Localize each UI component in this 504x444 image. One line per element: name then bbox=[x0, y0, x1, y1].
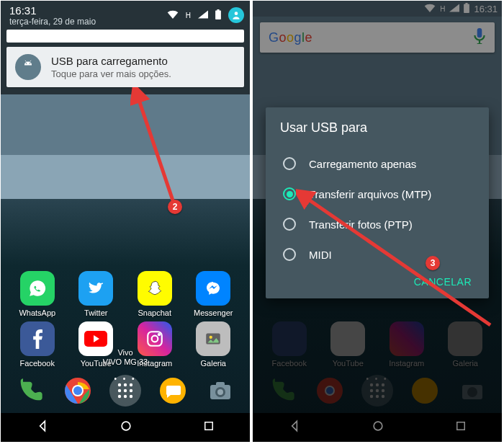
svg-point-16 bbox=[118, 389, 121, 392]
dock-phone[interactable] bbox=[13, 373, 48, 408]
svg-rect-24 bbox=[216, 382, 225, 386]
android-icon bbox=[15, 54, 41, 80]
svg-line-29 bbox=[138, 96, 174, 203]
navigation-bar bbox=[1, 413, 250, 442]
svg-point-11 bbox=[73, 386, 82, 395]
profile-avatar-icon[interactable] bbox=[228, 7, 244, 23]
svg-point-2 bbox=[30, 63, 31, 64]
app-messenger[interactable]: Messenger bbox=[190, 271, 236, 317]
dock-apps[interactable] bbox=[108, 373, 143, 408]
usb-dialog: Usar USB para Carregamento apenas Transf… bbox=[266, 107, 489, 298]
svg-point-26 bbox=[217, 389, 223, 395]
search-bar-peek bbox=[6, 30, 244, 43]
cancel-button[interactable]: CANCELAR bbox=[414, 276, 472, 288]
shade-header: 16:31 terça-feira, 29 de maio H bbox=[6, 1, 244, 30]
svg-point-21 bbox=[130, 395, 132, 398]
svg-point-13 bbox=[118, 383, 121, 386]
notification-subtitle: Toque para ver mais opções. bbox=[51, 68, 171, 79]
phone-right: H 16:31 Google Facebook YouTube Instagra… bbox=[252, 0, 503, 443]
signal-icon bbox=[198, 10, 208, 21]
svg-point-15 bbox=[130, 383, 132, 386]
nav-home-button[interactable] bbox=[119, 419, 133, 436]
svg-point-1 bbox=[26, 63, 27, 64]
radio-icon bbox=[283, 157, 296, 170]
dock bbox=[1, 368, 250, 413]
option-ptp[interactable]: Transferir fotos (PTP) bbox=[280, 209, 474, 239]
usb-notification[interactable]: USB para carregamento Toque para ver mai… bbox=[6, 47, 244, 87]
shade-date: terça-feira, 29 de maio bbox=[9, 17, 96, 27]
svg-point-20 bbox=[124, 395, 127, 398]
option-midi[interactable]: MIDI bbox=[280, 239, 474, 270]
app-snapchat[interactable]: Snapchat bbox=[132, 271, 178, 317]
notification-text: USB para carregamento Toque para ver mai… bbox=[51, 55, 171, 79]
radio-icon-selected bbox=[283, 187, 296, 200]
annotation-arrow-2 bbox=[130, 87, 188, 210]
battery-icon bbox=[215, 9, 221, 22]
dock-chrome[interactable] bbox=[60, 373, 95, 408]
app-row-1: WhatsApp Twitter Snapchat Messenger bbox=[8, 271, 243, 317]
notification-shade: 16:31 terça-feira, 29 de maio H bbox=[1, 1, 250, 94]
phone-left: 16:31 terça-feira, 29 de maio H bbox=[0, 0, 251, 443]
h-indicator: H bbox=[186, 12, 191, 19]
option-mtp[interactable]: Transferir arquivos (MTP) bbox=[280, 179, 474, 209]
app-whatsapp[interactable]: WhatsApp bbox=[14, 271, 60, 317]
svg-point-27 bbox=[122, 422, 130, 430]
shade-time-date: 16:31 terça-feira, 29 de maio bbox=[9, 4, 96, 27]
radio-icon bbox=[283, 248, 296, 261]
svg-point-0 bbox=[235, 12, 238, 15]
app-twitter[interactable]: Twitter bbox=[73, 271, 119, 317]
carrier-label: Vivo VIVO MG 33 bbox=[1, 348, 250, 367]
svg-point-8 bbox=[210, 336, 212, 339]
svg-point-19 bbox=[118, 395, 121, 398]
annotation-badge-2: 2 bbox=[168, 200, 182, 214]
dock-sms[interactable] bbox=[156, 373, 190, 408]
option-charging-only[interactable]: Carregamento apenas bbox=[280, 148, 474, 179]
shade-time: 16:31 bbox=[9, 4, 96, 17]
nav-recents-button[interactable] bbox=[202, 419, 215, 435]
wifi-icon bbox=[167, 10, 179, 21]
svg-point-18 bbox=[130, 389, 132, 392]
nav-back-button[interactable] bbox=[35, 419, 50, 436]
svg-point-14 bbox=[124, 383, 127, 386]
notification-title: USB para carregamento bbox=[51, 55, 171, 67]
svg-point-6 bbox=[158, 334, 160, 335]
radio-icon bbox=[283, 218, 296, 231]
svg-rect-28 bbox=[205, 422, 213, 430]
dialog-title: Usar USB para bbox=[280, 120, 474, 136]
dock-camera[interactable] bbox=[203, 373, 238, 408]
shade-status-icons: H bbox=[167, 7, 244, 23]
svg-point-17 bbox=[124, 389, 127, 392]
svg-point-5 bbox=[151, 336, 158, 342]
